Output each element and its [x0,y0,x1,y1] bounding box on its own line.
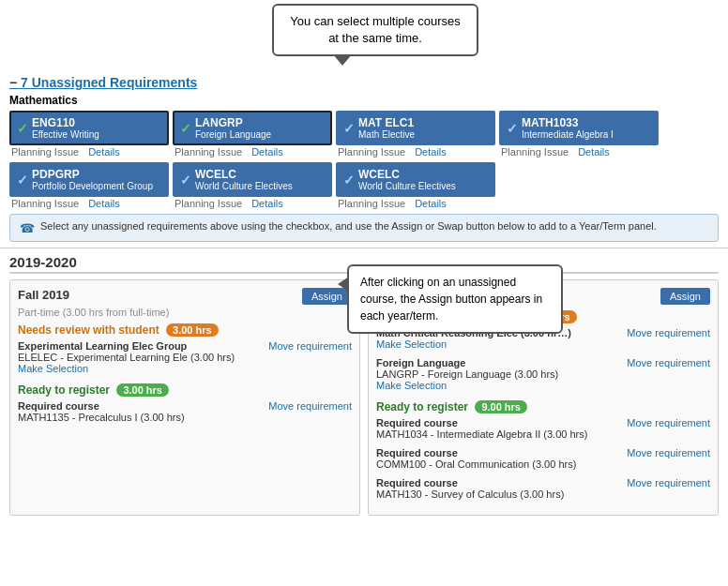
spring-ready-section: Ready to register 9.00 hrs [376,400,710,413]
course-card-math1033[interactable]: ✓ MATH1033 Intermediate Algebra I Planni… [499,111,659,158]
check-icon-langrp: ✓ [180,121,191,136]
fall-entry-math1135: Required course Move requirement MATH113… [18,400,352,423]
fall-header: Fall 2019 Assign [18,288,352,305]
spring-comm100-title: Required course [376,447,458,458]
check-icon-wcelc1: ✓ [180,173,191,188]
spring-entry-comm100: Required course Move requirement COMM100… [376,447,710,470]
spring-langrp-detail: LANGRP - Foreign Language (3.00 hrs) [376,368,710,380]
course-card-eng110[interactable]: ✓ ENG110 Effective Writing Planning Issu… [9,111,169,158]
course-card-wcelc2[interactable]: ✓ WCELC World Culture Electives Planning… [336,162,495,210]
fall-2019-panel: Fall 2019 Assign Part-time (3.00 hrs fro… [9,279,360,516]
tooltip-arrow-1 [333,54,352,66]
course-grid: ✓ ENG110 Effective Writing Planning Issu… [9,111,719,158]
tooltip-assign-button: After clicking on an unassigned course, … [347,264,563,334]
check-icon-wcelc2: ✓ [343,173,355,188]
fall-math1135-detail: MATH1135 - Precalculus I (3.00 hrs) [18,412,352,423]
info-message: ☎ Select any unassigned requirements abo… [9,214,719,242]
course-card-pdpgrp[interactable]: ✓ PDPGRP Portfolio Development Group Pla… [9,162,169,210]
course-card-wcelc1[interactable]: ✓ WCELC World Culture Electives Planning… [173,162,332,210]
spring-comm100-detail: COMM100 - Oral Communication (3.00 hrs) [376,458,710,470]
fall-needs-review-section: Needs review with student 3.00 hrs [18,323,352,337]
fall-ready-section: Ready to register 3.00 hrs [18,383,352,397]
fall-ready-label: Ready to register [18,383,110,397]
spring-entry-langrp: Foreign Language Move requirement LANGRP… [376,357,710,391]
fall-elelec-title: Experimental Learning Elec Group [18,340,187,352]
spring-entry-math1034: Required course Move requirement MATH103… [376,417,710,440]
fall-elelec-make-selection[interactable]: Make Selection [18,363,352,374]
spring-ready-label: Ready to register [376,400,468,413]
spring-langrp-move[interactable]: Move requirement [627,357,710,368]
spring-math1034-title: Required course [376,417,458,428]
spring-comm100-move[interactable]: Move requirement [627,447,710,458]
course-card-langrp[interactable]: ✓ LANGRP Foreign Language Planning Issue… [173,111,332,158]
spring-math130-detail: MATH130 - Survey of Calculus (3.00 hrs) [376,488,710,500]
unassigned-title[interactable]: − 7 Unassigned Requirements [9,75,719,90]
spring-math1034-move[interactable]: Move requirement [627,417,710,428]
spring-math130-move[interactable]: Move requirement [627,477,710,488]
fall-ready-badge: 3.00 hrs [116,383,169,397]
math-section-label: Mathematics [9,94,719,107]
tooltip-multiple-courses: You can select multiple courses at the s… [272,4,478,56]
spring-ready-badge: 9.00 hrs [475,400,527,413]
course-card-matelc1[interactable]: ✓ MAT ELC1 Math Elective Planning Issue … [336,111,495,158]
spring-math-crit-move[interactable]: Move requirement [627,327,710,338]
fall-needs-review-label: Needs review with student [18,323,159,337]
spring-langrp-title: Foreign Language [376,357,465,368]
fall-elelec-move[interactable]: Move requirement [268,340,352,352]
check-icon-eng110: ✓ [17,121,28,136]
info-icon: ☎ [20,221,35,235]
spring-assign-button[interactable]: Assign [660,288,710,305]
check-icon-math1033: ✓ [507,121,518,136]
fall-needs-review-badge: 3.00 hrs [166,323,219,337]
fall-math1135-move[interactable]: Move requirement [268,400,352,412]
fall-subtitle: Part-time (3.00 hrs from full-time) [18,307,352,318]
check-icon-matelc1: ✓ [343,121,355,136]
spring-math-crit-make-selection[interactable]: Make Selection [376,338,710,350]
course-grid-row2: ✓ PDPGRP Portfolio Development Group Pla… [9,162,719,210]
spring-math1034-detail: MATH1034 - Intermediate Algebra II (3.00… [376,428,710,440]
spring-math130-title: Required course [376,477,458,488]
fall-math1135-title: Required course [18,400,99,412]
fall-elelec-detail: ELELEC - Experimental Learning Ele (3.00… [18,352,352,363]
spring-entry-math130: Required course Move requirement MATH130… [376,477,710,500]
check-icon-pdpgrp: ✓ [17,173,28,188]
spring-langrp-make-selection[interactable]: Make Selection [376,380,710,391]
fall-entry-elelec: Experimental Learning Elec Group Move re… [18,340,352,374]
fall-title: Fall 2019 [18,288,69,302]
